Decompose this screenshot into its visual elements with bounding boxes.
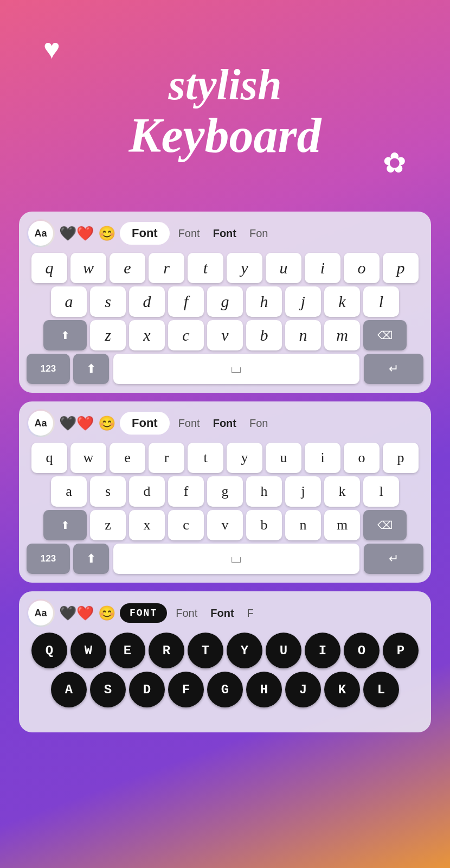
key-k-1[interactable]: k [324, 286, 360, 317]
key-H-3[interactable]: H [246, 672, 282, 707]
key-x-1[interactable]: x [129, 320, 165, 350]
key-a-2[interactable]: a [51, 476, 87, 507]
key-p-1[interactable]: p [383, 253, 419, 283]
key-d-2[interactable]: d [129, 476, 165, 507]
space-key-2[interactable]: ⌴ [113, 544, 359, 574]
key-o-2[interactable]: o [344, 443, 380, 473]
key-x-2[interactable]: x [129, 510, 165, 540]
key-k-2[interactable]: k [324, 476, 360, 507]
key-g-2[interactable]: g [207, 476, 243, 507]
aa-button-1[interactable]: Aa [27, 219, 55, 247]
key-d-1[interactable]: d [129, 286, 165, 317]
key-F-3[interactable]: F [168, 672, 204, 707]
key-O-3[interactable]: O [344, 633, 380, 668]
space-key-1[interactable]: ⌴ [113, 354, 359, 384]
font-truncated-1[interactable]: Fon [245, 227, 272, 240]
font-bold-2[interactable]: Font [209, 417, 241, 430]
key-w-2[interactable]: w [70, 443, 106, 473]
key-J-3[interactable]: J [285, 672, 321, 707]
aa-button-3[interactable]: Aa [27, 599, 55, 627]
key-P-3[interactable]: P [383, 633, 419, 668]
emoji-icon-1[interactable]: 😊 [98, 225, 115, 242]
key-p-2[interactable]: p [383, 443, 419, 473]
key-h-2[interactable]: h [246, 476, 282, 507]
key-U-3[interactable]: U [266, 633, 301, 668]
return-key-1[interactable]: ↵ [364, 354, 423, 384]
share-key-1[interactable]: ⬆ [73, 354, 109, 384]
key-n-1[interactable]: n [285, 320, 321, 350]
key-D-3[interactable]: D [129, 672, 165, 707]
key-e-1[interactable]: e [110, 253, 145, 283]
key-c-2[interactable]: c [168, 510, 204, 540]
key-z-1[interactable]: z [90, 320, 126, 350]
key-e-2[interactable]: e [110, 443, 145, 473]
key-q-1[interactable]: q [31, 253, 67, 283]
key-h-1[interactable]: h [246, 286, 282, 317]
key-u-2[interactable]: u [266, 443, 301, 473]
hearts-icon-1[interactable]: 🖤❤️ [59, 225, 94, 242]
key-A-3[interactable]: A [51, 672, 87, 707]
key-v-2[interactable]: v [207, 510, 243, 540]
font-bold-3[interactable]: Font [206, 607, 238, 620]
font-normal-1[interactable]: Font [174, 227, 204, 240]
key-r-1[interactable]: r [149, 253, 184, 283]
share-key-2[interactable]: ⬆ [73, 544, 109, 574]
key-E-3[interactable]: E [110, 633, 145, 668]
key-q-2[interactable]: q [31, 443, 67, 473]
key-m-2[interactable]: m [324, 510, 360, 540]
key-b-2[interactable]: b [246, 510, 282, 540]
key-f-2[interactable]: f [168, 476, 204, 507]
key-K-3[interactable]: K [324, 672, 360, 707]
key-c-1[interactable]: c [168, 320, 204, 350]
font-truncated-3[interactable]: F [243, 607, 258, 620]
backspace-key-1[interactable]: ⌫ [363, 320, 407, 350]
key-t-2[interactable]: t [188, 443, 223, 473]
key-n-2[interactable]: n [285, 510, 321, 540]
key-y-2[interactable]: y [227, 443, 262, 473]
key-Y-3[interactable]: Y [227, 633, 262, 668]
key-r-2[interactable]: r [149, 443, 184, 473]
key-o-1[interactable]: o [344, 253, 380, 283]
key-s-1[interactable]: s [90, 286, 126, 317]
font-bold-1[interactable]: Font [209, 227, 241, 240]
hearts-icon-2[interactable]: 🖤❤️ [59, 415, 94, 432]
backspace-key-2[interactable]: ⌫ [363, 510, 407, 540]
return-key-2[interactable]: ↵ [364, 544, 423, 574]
key-R-3[interactable]: R [149, 633, 184, 668]
key-z-2[interactable]: z [90, 510, 126, 540]
shift-key-2[interactable]: ⬆ [43, 510, 87, 540]
key-w-1[interactable]: w [70, 253, 106, 283]
key-v-1[interactable]: v [207, 320, 243, 350]
key-l-1[interactable]: l [363, 286, 399, 317]
font-normal-2[interactable]: Font [174, 417, 204, 430]
hearts-icon-3[interactable]: 🖤❤️ [59, 605, 94, 622]
key-j-2[interactable]: j [285, 476, 321, 507]
key-l-2[interactable]: l [363, 476, 399, 507]
key-g-1[interactable]: g [207, 286, 243, 317]
key-W-3[interactable]: W [70, 633, 106, 668]
aa-button-2[interactable]: Aa [27, 409, 55, 437]
num-key-1[interactable]: 123 [27, 354, 70, 384]
emoji-icon-2[interactable]: 😊 [98, 415, 115, 432]
key-I-3[interactable]: I [305, 633, 340, 668]
key-T-3[interactable]: T [188, 633, 223, 668]
num-key-2[interactable]: 123 [27, 544, 70, 574]
key-s-2[interactable]: s [90, 476, 126, 507]
key-m-1[interactable]: m [324, 320, 360, 350]
font-selected-2[interactable]: Font [120, 412, 170, 435]
key-y-1[interactable]: y [227, 253, 262, 283]
key-a-1[interactable]: a [51, 286, 87, 317]
font-truncated-2[interactable]: Fon [245, 417, 272, 430]
key-G-3[interactable]: G [207, 672, 243, 707]
key-S-3[interactable]: S [90, 672, 126, 707]
font-selected-1[interactable]: Font [120, 222, 170, 245]
shift-key-1[interactable]: ⬆ [43, 320, 87, 350]
font-normal-3[interactable]: Font [171, 607, 202, 620]
key-Q-3[interactable]: Q [31, 633, 67, 668]
key-t-1[interactable]: t [188, 253, 223, 283]
key-i-2[interactable]: i [305, 443, 340, 473]
emoji-icon-3[interactable]: 😊 [98, 605, 115, 622]
font-selected-3[interactable]: FONT [120, 603, 167, 623]
key-f-1[interactable]: f [168, 286, 204, 317]
key-i-1[interactable]: i [305, 253, 340, 283]
